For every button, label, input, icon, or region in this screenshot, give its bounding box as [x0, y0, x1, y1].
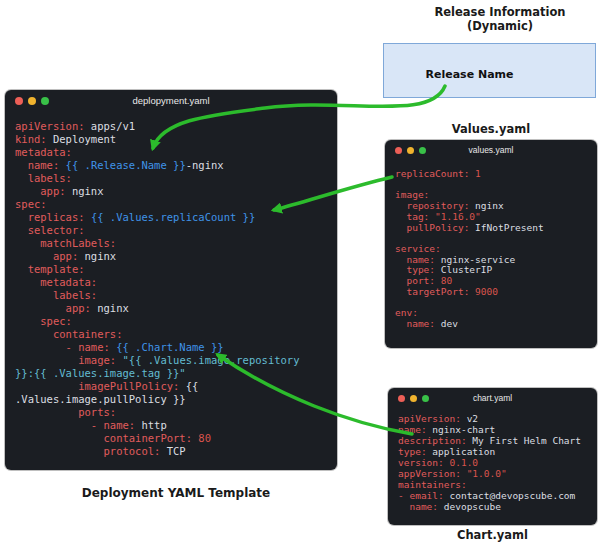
values-caption: Values.yaml — [385, 122, 597, 136]
window-close-icon — [395, 147, 402, 154]
chart-caption: Chart.yaml — [388, 528, 597, 542]
release-name-box: Release Name — [383, 43, 596, 98]
window-controls — [15, 97, 49, 105]
deployment-window-titlebar: deplopyment.yaml — [5, 90, 337, 112]
release-name-label: Release Name — [426, 68, 514, 81]
deployment-yaml-window: deplopyment.yaml apiVersion: apps/v1kind… — [5, 90, 337, 470]
release-info-heading-line2: (Dynamic) — [400, 19, 600, 33]
values-yaml-window: values.yaml replicaCount: 1 image: repos… — [385, 140, 597, 348]
chart-yaml-window: chart.yaml apiVersion: v2name: nginx-cha… — [388, 388, 597, 525]
window-maximize-icon — [419, 147, 426, 154]
values-yaml-code: replicaCount: 1 image: repository: nginx… — [385, 160, 597, 330]
deployment-window-title: deplopyment.yaml — [5, 90, 337, 112]
window-controls — [398, 395, 429, 402]
deployment-caption: Deployment YAML Template — [10, 486, 342, 500]
window-controls — [395, 147, 426, 154]
release-info-heading-line1: Release Information — [400, 5, 600, 19]
window-close-icon — [398, 395, 405, 402]
values-window-titlebar: values.yaml — [385, 140, 597, 160]
window-close-icon — [15, 97, 23, 105]
chart-window-titlebar: chart.yaml — [388, 388, 597, 408]
release-info-heading: Release Information (Dynamic) — [400, 5, 600, 33]
chart-yaml-code: apiVersion: v2name: nginx-chartdescripti… — [388, 408, 597, 512]
window-minimize-icon — [410, 395, 417, 402]
deployment-yaml-code: apiVersion: apps/v1kind: Deploymentmetad… — [5, 112, 337, 458]
window-maximize-icon — [41, 97, 49, 105]
window-minimize-icon — [28, 97, 36, 105]
window-minimize-icon — [407, 147, 414, 154]
page-root: { "colors": { "window_bg": "#1b1e23", "w… — [0, 0, 600, 545]
window-maximize-icon — [422, 395, 429, 402]
